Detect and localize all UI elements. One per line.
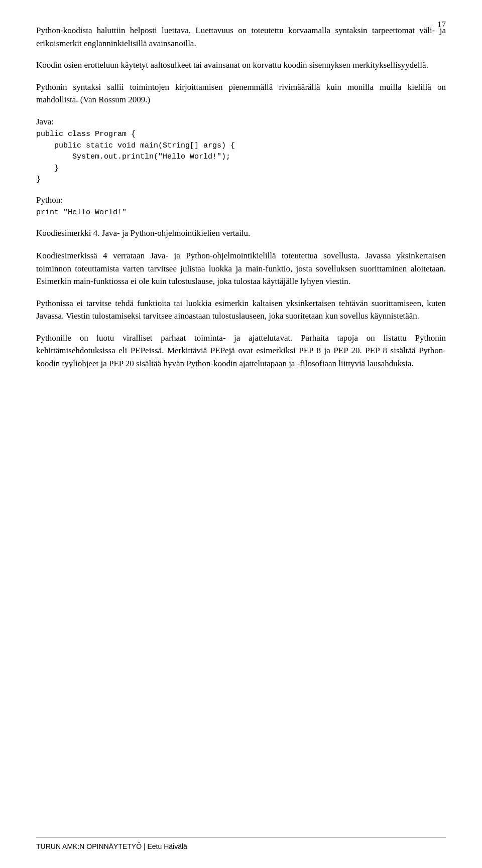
java-label: Java: [36, 115, 446, 128]
paragraph-4: Koodiesimerkissä 4 verrataan Java- ja Py… [36, 249, 446, 288]
page-number: 17 [437, 18, 446, 31]
paragraph-2: Koodin osien erotteluun käytetyt aaltosu… [36, 59, 446, 72]
java-code-block: public class Program { public static voi… [36, 129, 446, 186]
java-line-4: } [36, 164, 59, 173]
paragraph-5: Pythonissa ei tarvitse tehdä funktioita … [36, 297, 446, 323]
python-line-1: print "Hello World!" [36, 208, 127, 217]
java-line-2: public static void main(String[] args) { [36, 141, 235, 150]
paragraph-3: Pythonin syntaksi sallii toimintojen kir… [36, 81, 446, 106]
java-line-5: } [36, 175, 41, 184]
figure-caption: Koodiesimerkki 4. Java- ja Python-ohjelm… [36, 227, 446, 240]
python-code-section: Python: print "Hello World!" [36, 194, 446, 219]
java-line-3: System.out.println("Hello World!"); [36, 153, 230, 161]
python-code-block: print "Hello World!" [36, 207, 446, 219]
paragraph-1: Python-koodista haluttiin helposti luett… [36, 24, 446, 50]
java-code-section: Java: public class Program { public stat… [36, 115, 446, 186]
python-label: Python: [36, 194, 446, 207]
paragraph-6: Pythonille on luotu viralliset parhaat t… [36, 332, 446, 370]
footer: TURUN AMK:N OPINNÄYTETYÖ | Eetu Häivälä [36, 837, 446, 852]
page-container: 17 Python-koodista haluttiin helposti lu… [0, 0, 482, 868]
java-line-1: public class Program { [36, 130, 136, 138]
footer-text: TURUN AMK:N OPINNÄYTETYÖ | Eetu Häivälä [36, 842, 187, 850]
